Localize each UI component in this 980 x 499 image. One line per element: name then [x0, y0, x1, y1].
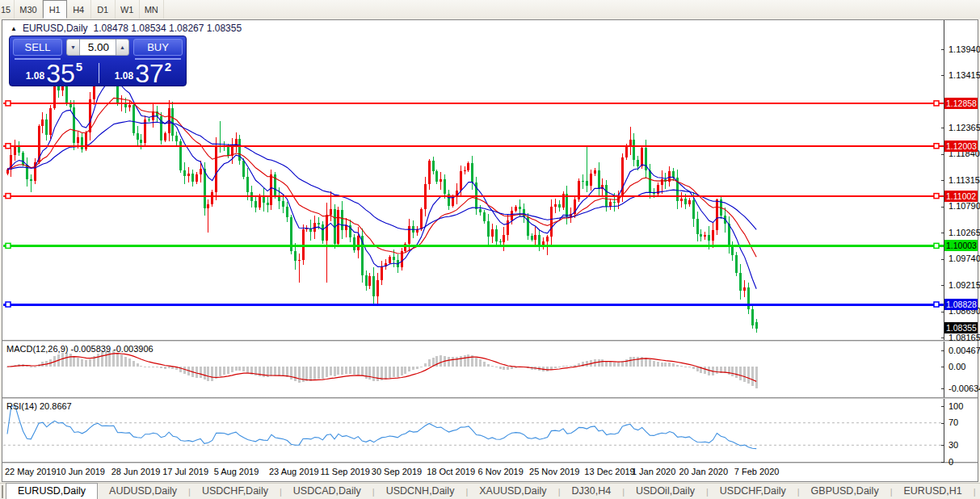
macd-bar	[211, 367, 213, 381]
candle-body	[132, 105, 135, 133]
macd-bar	[334, 367, 336, 376]
candle-body	[566, 194, 568, 216]
timeframe-button-w1[interactable]: W1	[116, 0, 140, 19]
macd-bar	[207, 367, 209, 381]
timeframe-button-mn[interactable]: MN	[140, 0, 164, 19]
macd-current-values: -0.005839 -0.003906	[70, 344, 153, 354]
price-axis-tick	[941, 49, 944, 50]
macd-bar	[140, 366, 142, 367]
collapse-panel-icon[interactable]: ▲	[11, 25, 17, 32]
timeframe-button-m30[interactable]: M30	[15, 0, 42, 19]
macd-bar	[69, 354, 72, 367]
macd-bar	[152, 367, 154, 367]
candle-body	[700, 234, 702, 236]
candle-body	[435, 171, 438, 182]
candle-body	[164, 133, 166, 140]
macd-bar	[34, 367, 36, 367]
macd-bar	[160, 367, 162, 368]
buy-button[interactable]: BUY	[133, 39, 183, 56]
macd-bar	[460, 356, 462, 367]
candle-body	[368, 276, 371, 286]
buy-price-display[interactable]: 1.08 37 2	[101, 61, 185, 85]
macd-bar	[231, 367, 233, 372]
macd-bar	[294, 367, 297, 381]
candle-body	[30, 179, 32, 180]
candle-body	[637, 160, 639, 166]
chart-tab[interactable]: XAUUSD,Daily	[468, 484, 557, 499]
price-axis-tick-label: 1.13415	[948, 70, 980, 80]
volume-increase-icon[interactable]: ▲	[116, 39, 129, 56]
candle-body	[393, 257, 395, 260]
macd-bar	[385, 367, 387, 379]
date-axis-label: 5 Aug 2019	[214, 467, 259, 476]
timeframe-button-15[interactable]: 15	[0, 0, 15, 19]
macd-bar	[503, 367, 505, 370]
macd-axis-label: 0.00	[948, 362, 965, 371]
price-axis-tick	[941, 259, 944, 260]
candle-body	[215, 145, 217, 193]
macd-bar	[755, 367, 758, 388]
macd-bar	[65, 353, 68, 367]
level-handle[interactable]	[6, 101, 11, 106]
macd-bar	[235, 367, 238, 371]
moving-average-line	[7, 76, 756, 288]
chart-tab[interactable]: USDCHF,Daily	[709, 484, 797, 499]
level-handle[interactable]	[6, 194, 11, 199]
level-handle[interactable]	[6, 243, 11, 248]
macd-bar	[227, 367, 229, 374]
timeframe-button-d1[interactable]: D1	[91, 0, 116, 19]
candle-body	[128, 105, 131, 107]
macd-bar	[116, 353, 119, 367]
macd-bar	[372, 367, 375, 381]
chart-tab[interactable]: GBPAUD,H1	[976, 484, 980, 499]
pane-separator[interactable]	[2, 462, 978, 463]
macd-bar	[81, 359, 83, 367]
price-badge: 1.10003	[944, 240, 978, 251]
macd-bar	[204, 367, 206, 379]
chart-tab[interactable]: USDCNH,Daily	[375, 484, 466, 499]
sell-price-display[interactable]: 1.08 35 5	[12, 61, 96, 85]
macd-bar	[353, 367, 355, 375]
level-handle[interactable]	[6, 144, 11, 149]
candle-body	[353, 237, 355, 250]
chart-tab[interactable]: DJ30,H4	[560, 484, 622, 499]
volume-decrease-icon[interactable]: ▼	[66, 39, 80, 56]
candle-body	[41, 120, 44, 125]
candle-body	[684, 199, 687, 204]
chart-tab[interactable]: USDCAD,Daily	[282, 484, 372, 499]
macd-bar	[743, 367, 746, 382]
chart-tab[interactable]: GBPUSD,Daily	[800, 484, 890, 499]
timeframe-button-h1[interactable]: H1	[43, 0, 67, 19]
chart-tab[interactable]: USDCHF,Daily	[191, 484, 280, 499]
chart-tab[interactable]: AUDUSD,Daily	[98, 484, 188, 499]
macd-bar	[298, 367, 301, 383]
candle-body	[641, 148, 643, 166]
macd-bar	[716, 367, 718, 374]
macd-bar	[322, 367, 324, 379]
sell-button[interactable]: SELL	[13, 39, 62, 56]
chart-tab[interactable]: EURUSD,Daily	[6, 483, 98, 499]
level-handle[interactable]	[934, 243, 939, 248]
macd-bar	[420, 367, 423, 367]
level-handle[interactable]	[6, 302, 11, 307]
level-handle[interactable]	[934, 101, 939, 106]
tabbar-grip[interactable]	[2, 485, 3, 498]
macd-bar	[653, 361, 655, 367]
level-handle[interactable]	[934, 144, 939, 149]
timeframe-button-h4[interactable]: H4	[67, 0, 91, 19]
chart-tab[interactable]: EURUSD,H1	[893, 484, 974, 499]
level-handle[interactable]	[934, 302, 939, 307]
chart-tab[interactable]: USDOil,Daily	[625, 484, 706, 499]
pane-separator[interactable]	[2, 397, 978, 399]
level-handle[interactable]	[934, 194, 939, 199]
volume-input[interactable]: 5.00	[80, 39, 116, 56]
macd-bar	[393, 367, 395, 377]
candle-body	[286, 207, 288, 218]
macd-histogram	[6, 350, 758, 388]
price-axis-tick	[941, 207, 944, 208]
macd-bar	[499, 367, 502, 369]
candle-body	[357, 236, 360, 250]
macd-bar	[566, 366, 568, 367]
pane-separator[interactable]	[2, 340, 978, 342]
candle-body	[519, 207, 521, 208]
